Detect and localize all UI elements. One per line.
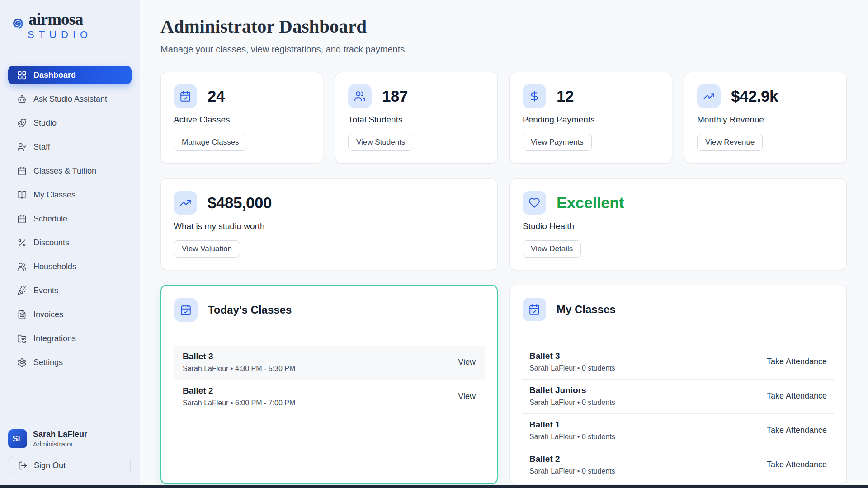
studio-worth-label: What is my studio worth (174, 221, 265, 231)
theater-masks-icon (17, 118, 27, 128)
stat-value: 12 (557, 87, 574, 105)
folder-sync-icon (17, 333, 27, 343)
sidebar-item-my-classes[interactable]: My Classes (8, 185, 132, 204)
take-attendance-link[interactable]: Take Attendance (767, 357, 827, 366)
file-text-icon (17, 310, 27, 319)
table-row: Ballet 3 Sarah LaFleur • 4:30 PM - 5:30 … (174, 346, 485, 380)
sidebar-item-households[interactable]: Households (8, 257, 132, 276)
sidebar-item-label: Discounts (33, 238, 69, 248)
class-meta: Sarah LaFleur • 0 students (529, 433, 615, 441)
stat-label: Total Students (348, 115, 402, 125)
sidebar-item-schedule[interactable]: Schedule (8, 209, 132, 228)
table-row: Ballet 2 Sarah LaFleur • 6:00 PM - 7:00 … (174, 380, 485, 414)
sidebar-item-label: Invoices (33, 310, 63, 319)
studio-health-label: Studio Health (523, 221, 574, 231)
users-icon (348, 84, 372, 108)
sidebar-nav: Dashboard Ask Studio Assistant Studio St… (0, 49, 140, 372)
take-attendance-link[interactable]: Take Attendance (767, 391, 827, 401)
calendar-check-icon (523, 298, 546, 321)
layout-grid-icon (17, 70, 27, 80)
sidebar-item-discounts[interactable]: Discounts (8, 233, 132, 252)
main-content: Administrator Dashboard Manage your clas… (140, 0, 868, 488)
sidebar-item-integrations[interactable]: Integrations (8, 329, 132, 348)
class-name: Ballet Juniors (529, 385, 615, 395)
sidebar-item-ask-studio-assistant[interactable]: Ask Studio Assistant (8, 89, 132, 108)
party-popper-icon (17, 286, 27, 296)
brand-name: airmosa (28, 11, 92, 28)
calendar-check-icon (174, 84, 197, 108)
class-meta: Sarah LaFleur • 4:30 PM - 5:30 PM (183, 365, 295, 373)
sidebar-item-label: My Classes (33, 190, 75, 200)
stat-card-monthly-revenue: $42.9k Monthly Revenue View Revenue (684, 72, 847, 164)
brand-subname: STUDIO (28, 29, 92, 41)
take-attendance-link[interactable]: Take Attendance (767, 426, 827, 435)
stat-label: Pending Payments (523, 115, 595, 125)
stat-card-total-students: 187 Total Students View Students (335, 72, 498, 164)
sidebar-item-classes-tuition[interactable]: Classes & Tuition (8, 161, 132, 180)
avatar: SL (8, 429, 27, 448)
view-payments-button[interactable]: View Payments (523, 134, 592, 151)
sidebar-item-label: Classes & Tuition (33, 166, 96, 176)
sidebar-item-label: Events (33, 286, 58, 296)
view-link[interactable]: View (458, 357, 476, 367)
brand-logo: airmosa STUDIO (0, 0, 140, 49)
stat-cards-row: 24 Active Classes Manage Classes 187 Tot… (160, 72, 847, 162)
sign-out-label: Sign Out (34, 461, 66, 470)
calendar-check-icon (174, 298, 198, 322)
sidebar-item-label: Integrations (33, 334, 76, 343)
sidebar-item-label: Households (33, 262, 76, 272)
class-meta: Sarah LaFleur • 0 students (529, 467, 615, 475)
calendar-days-icon (17, 214, 27, 224)
sidebar-item-label: Schedule (33, 214, 67, 224)
user-name: Sarah LaFleur (33, 430, 87, 439)
todays-classes-card: Today's Classes Ballet 3 Sarah LaFleur •… (160, 285, 498, 484)
list-cards-row: Today's Classes Ballet 3 Sarah LaFleur •… (160, 285, 847, 484)
sign-out-button[interactable]: Sign Out (9, 456, 131, 475)
studio-health-card: Excellent Studio Health View Details (509, 178, 847, 270)
studio-worth-value: $485,000 (208, 194, 272, 212)
sidebar-item-label: Dashboard (33, 70, 76, 80)
take-attendance-link[interactable]: Take Attendance (767, 460, 827, 469)
book-open-icon (17, 190, 27, 200)
view-details-button[interactable]: View Details (523, 240, 581, 258)
class-meta: Sarah LaFleur • 6:00 PM - 7:00 PM (183, 399, 295, 407)
page-title: Administrator Dashboard (160, 15, 367, 37)
info-cards-row: $485,000 What is my studio worth View Va… (160, 178, 847, 267)
page-subtitle: Manage your classes, view registrations,… (160, 44, 405, 55)
stat-label: Active Classes (174, 115, 230, 125)
stat-card-active-classes: 24 Active Classes Manage Classes (160, 72, 323, 164)
percent-icon (17, 238, 27, 248)
stat-card-pending-payments: 12 Pending Payments View Payments (509, 72, 672, 164)
manage-classes-button[interactable]: Manage Classes (174, 134, 247, 151)
sidebar-item-dashboard[interactable]: Dashboard (8, 66, 132, 84)
spiral-logo-icon (8, 14, 27, 33)
dollar-icon (523, 84, 546, 108)
stat-value: 24 (208, 87, 225, 105)
window-bottom-bar (0, 485, 868, 488)
sidebar-item-studio[interactable]: Studio (8, 113, 132, 132)
table-row: Ballet Juniors Sarah LaFleur • 0 student… (522, 380, 834, 414)
class-meta: Sarah LaFleur • 0 students (529, 399, 615, 407)
sidebar: airmosa STUDIO Dashboard Ask Studio Assi… (0, 0, 140, 488)
log-out-icon (18, 461, 28, 470)
class-meta: Sarah LaFleur • 0 students (529, 364, 615, 372)
my-classes-card: My Classes Ballet 3 Sarah LaFleur • 0 st… (509, 285, 847, 484)
view-valuation-button[interactable]: View Valuation (174, 240, 240, 258)
table-row: Ballet 1 Sarah LaFleur • 0 students Take… (522, 414, 834, 448)
sidebar-item-staff[interactable]: Staff (8, 137, 132, 156)
sidebar-item-events[interactable]: Events (8, 281, 132, 300)
view-link[interactable]: View (458, 392, 476, 401)
studio-health-value: Excellent (557, 194, 624, 212)
stat-label: Monthly Revenue (697, 115, 764, 125)
user-check-icon (17, 142, 27, 152)
sidebar-item-invoices[interactable]: Invoices (8, 305, 132, 324)
view-revenue-button[interactable]: View Revenue (697, 134, 763, 151)
sidebar-item-label: Staff (33, 142, 50, 152)
bot-icon (17, 94, 27, 104)
view-students-button[interactable]: View Students (348, 134, 413, 151)
sidebar-item-settings[interactable]: Settings (8, 353, 132, 372)
heart-icon (523, 191, 546, 215)
table-row: Ballet 2 Sarah LaFleur • 0 students Take… (522, 448, 834, 482)
sidebar-item-label: Settings (33, 358, 63, 367)
studio-worth-card: $485,000 What is my studio worth View Va… (160, 178, 498, 270)
